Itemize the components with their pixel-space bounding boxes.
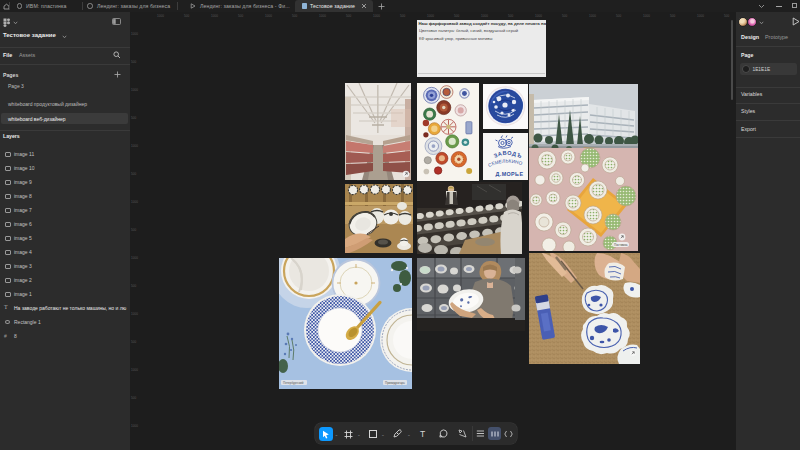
svg-text:СЕМЕЛЬКИНО: СЕМЕЛЬКИНО xyxy=(487,159,523,168)
svg-text:Привидрогарь: Привидрогарь xyxy=(385,381,405,385)
svg-text:Петербургский: Петербургский xyxy=(283,381,304,385)
svg-text:Постимка: Постимка xyxy=(614,243,628,247)
svg-text:ЗАВОДЪ: ЗАВОДЪ xyxy=(493,150,523,160)
svg-text:Д.МОРЬЕ: Д.МОРЬЕ xyxy=(496,171,524,177)
